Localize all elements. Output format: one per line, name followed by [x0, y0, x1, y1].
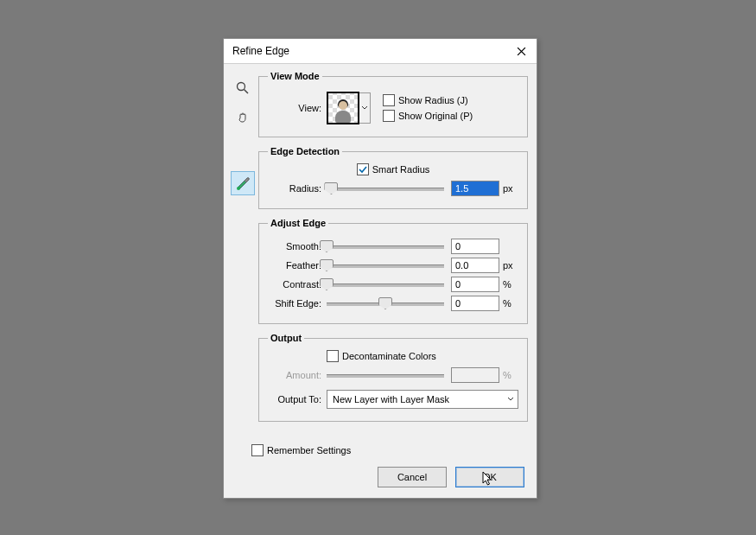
amount-slider — [327, 369, 444, 381]
show-original-label: Show Original (P) — [398, 111, 473, 121]
edge-detection-group: Edge Detection Smart Radius Radius: px — [258, 146, 528, 209]
chevron-down-icon — [507, 397, 514, 402]
hand-icon — [236, 111, 250, 124]
radius-slider[interactable] — [327, 182, 444, 194]
tool-strip — [227, 71, 258, 430]
decontaminate-label: Decontaminate Colors — [342, 351, 436, 361]
smart-radius-checkbox[interactable] — [357, 163, 369, 175]
close-button[interactable] — [512, 42, 530, 60]
shift-edge-slider[interactable] — [327, 297, 444, 309]
output-to-value: New Layer with Layer Mask — [333, 394, 449, 404]
titlebar: Refine Edge — [224, 39, 537, 64]
svg-point-0 — [238, 83, 245, 91]
view-preview-icon — [334, 100, 353, 123]
amount-label: Amount: — [268, 370, 327, 380]
show-radius-label: Show Radius (J) — [398, 95, 468, 105]
feather-label: Feather: — [268, 260, 327, 271]
output-group: Output Decontaminate Colors Amount: % Ou… — [258, 333, 528, 422]
smooth-label: Smooth: — [268, 241, 327, 252]
view-mode-legend: View Mode — [268, 71, 322, 81]
close-icon — [517, 47, 526, 56]
output-to-label: Output To: — [268, 394, 327, 404]
contrast-input[interactable] — [451, 277, 499, 292]
shift-edge-label: Shift Edge: — [268, 298, 327, 309]
cancel-button[interactable]: Cancel — [378, 467, 447, 487]
contrast-unit: % — [499, 279, 518, 290]
contrast-label: Contrast: — [268, 279, 327, 290]
brush-icon — [235, 175, 251, 191]
view-dropdown[interactable] — [359, 92, 371, 124]
feather-slider[interactable] — [327, 259, 444, 271]
magnifier-icon — [236, 81, 250, 95]
radius-label: Radius: — [268, 183, 327, 194]
adjust-edge-legend: Adjust Edge — [268, 218, 328, 228]
amount-unit: % — [499, 370, 518, 380]
refine-radius-tool[interactable] — [231, 171, 255, 195]
decontaminate-checkbox[interactable] — [327, 350, 339, 362]
feather-input[interactable] — [451, 258, 499, 273]
radius-input[interactable] — [451, 181, 499, 196]
ok-button[interactable]: OK — [455, 467, 524, 487]
remember-settings-label: Remember Settings — [267, 445, 351, 455]
smooth-slider[interactable] — [327, 240, 444, 252]
radius-unit: px — [499, 183, 518, 194]
zoom-tool[interactable] — [231, 76, 255, 100]
view-mode-group: View Mode View: Show Radius (J — [258, 71, 528, 137]
refine-edge-dialog: Refine Edge View Mode View: — [223, 38, 537, 499]
contrast-slider[interactable] — [327, 278, 444, 290]
show-radius-checkbox[interactable] — [383, 94, 395, 106]
output-to-select[interactable]: New Layer with Layer Mask — [327, 390, 518, 409]
svg-line-1 — [245, 90, 249, 94]
adjust-edge-group: Adjust Edge Smooth: Feather: px Contrast… — [258, 218, 528, 324]
shift-edge-unit: % — [499, 298, 518, 309]
amount-input — [451, 367, 499, 383]
dialog-title: Refine Edge — [232, 45, 289, 57]
chevron-down-icon — [361, 105, 368, 111]
feather-unit: px — [499, 260, 518, 271]
dialog-footer: Remember Settings Cancel OK — [224, 439, 537, 498]
show-original-checkbox[interactable] — [383, 110, 395, 122]
view-label: View: — [268, 103, 327, 113]
output-legend: Output — [268, 333, 304, 343]
svg-point-2 — [237, 187, 240, 190]
hand-tool[interactable] — [231, 105, 255, 130]
smooth-input[interactable] — [451, 239, 499, 254]
smart-radius-label: Smart Radius — [372, 164, 430, 175]
view-thumbnail[interactable] — [327, 92, 359, 124]
shift-edge-input[interactable] — [451, 296, 499, 311]
remember-settings-checkbox[interactable] — [251, 444, 264, 456]
edge-detection-legend: Edge Detection — [268, 146, 342, 156]
